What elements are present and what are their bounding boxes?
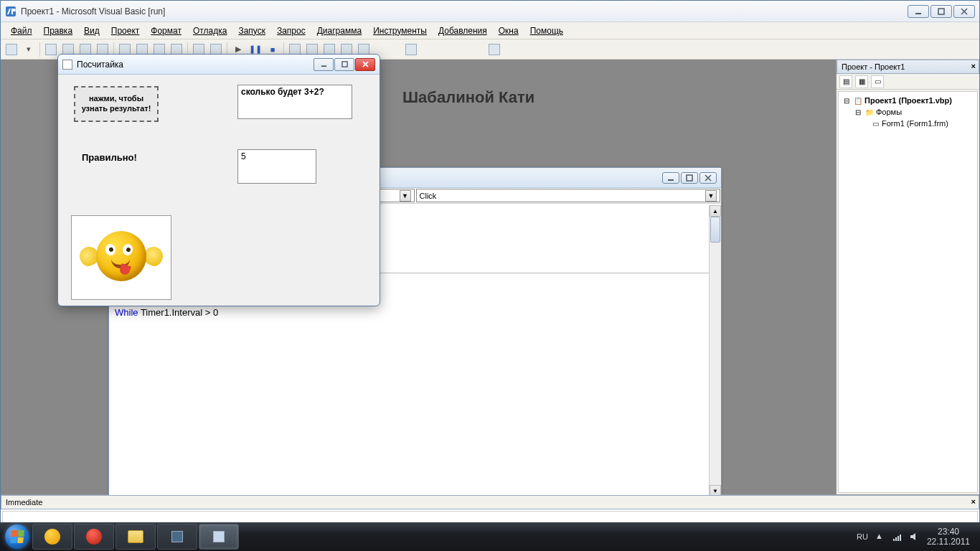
tree-folder-label: Формы [876, 108, 902, 116]
project-icon: 📋 [853, 95, 863, 105]
procedure-dropdown[interactable]: Click▼ [416, 189, 721, 202]
scroll-up-arrow[interactable]: ▲ [710, 205, 721, 217]
chevron-down-icon[interactable]: ▼ [400, 190, 411, 202]
svg-rect-8 [895, 537, 897, 541]
menu-debug[interactable]: Отладка [187, 24, 232, 37]
chevron-down-icon[interactable]: ▼ [705, 190, 717, 202]
project-explorer-panel: Проект - Проект1 × ▤ ▦ ▭ ⊟ 📋 Проект1 (Пр… [836, 60, 979, 494]
svg-rect-5 [321, 65, 326, 67]
menu-file[interactable]: Файл [5, 24, 38, 37]
smiley-image [71, 215, 171, 300]
project-panel-toolbar: ▤ ▦ ▭ [837, 74, 979, 90]
view-object-button[interactable]: ▦ [855, 75, 868, 88]
taskbar-app-1[interactable] [32, 524, 72, 550]
code-maximize-button[interactable] [681, 172, 698, 184]
immediate-title[interactable]: Immediate × [1, 495, 979, 509]
runtime-dialog[interactable]: Посчитайка нажми, чтобы узнать результат… [57, 54, 380, 306]
svg-rect-1 [915, 13, 921, 14]
code-close-button[interactable] [699, 172, 717, 184]
start-button[interactable] [3, 522, 32, 551]
menu-query[interactable]: Запрос [271, 24, 311, 37]
dialog-titlebar[interactable]: Посчитайка [58, 55, 380, 75]
tool-dropdown[interactable]: ▾ [21, 42, 37, 57]
menu-help[interactable]: Помощь [524, 24, 569, 37]
app-icon [5, 6, 17, 17]
svg-rect-6 [341, 62, 347, 67]
menubar[interactable]: Файл Правка Вид Проект Формат Отладка За… [1, 22, 979, 39]
menu-project[interactable]: Проект [105, 24, 146, 37]
tree-form-item[interactable]: ▭ Form1 (Form1.frm) [842, 118, 974, 129]
svg-rect-3 [668, 179, 674, 181]
tool-new[interactable] [4, 42, 19, 57]
scroll-thumb[interactable] [710, 217, 720, 242]
menu-edit[interactable]: Правка [38, 24, 79, 37]
svg-rect-4 [687, 175, 692, 181]
main-window-controls [908, 5, 975, 18]
taskbar-app-4[interactable] [157, 524, 197, 550]
code-minimize-button[interactable] [662, 172, 679, 184]
dialog-icon [62, 60, 72, 70]
menu-run[interactable]: Запуск [232, 24, 271, 37]
tree-form-label: Form1 (Form1.frm) [882, 119, 948, 128]
tray-clock[interactable]: 23:40 22.11.2011 [927, 527, 970, 547]
panel-close-icon[interactable]: × [971, 497, 976, 506]
result-label: Правильно! [82, 152, 137, 163]
answer-textbox[interactable]: 5 [237, 149, 316, 184]
question-textbox[interactable]: сколько будет 3+2? [237, 85, 352, 119]
tray-flag-icon[interactable]: ▲ [875, 532, 885, 542]
menu-view[interactable]: Вид [78, 24, 105, 37]
taskbar-app-explorer[interactable] [116, 524, 156, 550]
expand-minus-icon[interactable]: ⊟ [853, 107, 863, 117]
clock-time: 23:40 [927, 527, 970, 537]
taskbar-app-opera[interactable] [74, 524, 114, 550]
menu-addins[interactable]: Добавления [433, 24, 493, 37]
tree-root[interactable]: ⊟ 📋 Проект1 (Проект1.vbp) [842, 95, 974, 106]
dialog-maximize-button[interactable] [334, 58, 354, 71]
dialog-close-button[interactable] [355, 58, 375, 71]
menu-format[interactable]: Формат [145, 24, 187, 37]
tool-misc-2[interactable] [486, 42, 502, 57]
menu-tools[interactable]: Инструменты [367, 24, 433, 37]
smiley-icon [85, 225, 157, 290]
dialog-body: нажми, чтобы узнать результат! сколько б… [58, 75, 380, 306]
separator [39, 42, 40, 57]
dialog-minimize-button[interactable] [314, 58, 334, 71]
language-indicator[interactable]: RU [857, 532, 868, 541]
menu-diagram[interactable]: Диаграмма [311, 24, 367, 37]
project-tree[interactable]: ⊟ 📋 Проект1 (Проект1.vbp) ⊟ 📁 Формы ▭ Fo… [838, 91, 978, 493]
main-titlebar[interactable]: Проект1 - Microsoft Visual Basic [run] [1, 1, 979, 22]
expand-minus-icon[interactable]: ⊟ [842, 95, 852, 105]
menu-window[interactable]: Окна [493, 24, 524, 37]
clock-date: 22.11.2011 [927, 537, 970, 547]
tool-misc-1[interactable] [403, 42, 419, 57]
svg-rect-10 [900, 534, 901, 541]
svg-rect-9 [897, 536, 899, 541]
system-tray[interactable]: RU ▲ 23:40 22.11.2011 [849, 527, 977, 547]
minimize-button[interactable] [908, 5, 929, 18]
tree-root-label: Проект1 (Проект1.vbp) [864, 96, 952, 105]
close-button[interactable] [953, 5, 975, 18]
dialog-title: Посчитайка [77, 60, 314, 70]
author-heading: Шабалиной Кати [402, 88, 534, 107]
view-code-button[interactable]: ▤ [839, 75, 852, 88]
check-result-button[interactable]: нажми, чтобы узнать результат! [74, 86, 159, 122]
tray-volume-icon[interactable] [910, 532, 920, 542]
tree-folder[interactable]: ⊟ 📁 Формы [842, 106, 974, 118]
project-panel-title[interactable]: Проект - Проект1 × [837, 60, 979, 74]
code-vertical-scrollbar[interactable]: ▲ ▼ [709, 205, 721, 496]
form-icon: ▭ [870, 118, 880, 128]
svg-rect-7 [893, 539, 895, 541]
maximize-button[interactable] [930, 5, 952, 18]
panel-close-icon[interactable]: × [971, 62, 976, 70]
main-title: Проект1 - Microsoft Visual Basic [run] [21, 6, 908, 17]
folder-icon: 📁 [864, 107, 875, 117]
svg-rect-2 [938, 9, 944, 14]
project-panel-title-text: Проект - Проект1 [842, 62, 905, 71]
immediate-title-text: Immediate [6, 498, 42, 507]
toggle-folders-button[interactable]: ▭ [871, 75, 884, 88]
tray-network-icon[interactable] [892, 532, 903, 542]
taskbar-app-vb[interactable] [199, 524, 239, 550]
taskbar[interactable]: RU ▲ 23:40 22.11.2011 [0, 522, 980, 551]
tool-add-form[interactable] [43, 42, 59, 57]
